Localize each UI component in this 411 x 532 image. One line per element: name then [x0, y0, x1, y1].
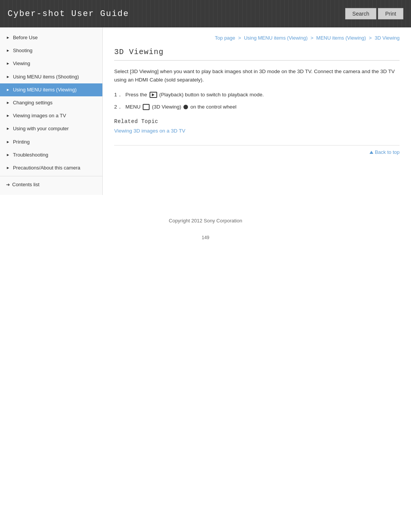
- sidebar-item-troubleshooting[interactable]: ► Troubleshooting: [0, 149, 102, 161]
- sidebar-divider: [0, 176, 102, 176]
- step-1-content: Press the (Playback) button to switch to…: [126, 91, 264, 99]
- contents-list-link[interactable]: ➔ Contents list: [0, 178, 102, 191]
- sidebar-item-shooting[interactable]: ► Shooting: [0, 44, 102, 57]
- sidebar: ► Before Use ► Shooting ► Viewing ► Usin…: [0, 27, 103, 195]
- step-1: 1． Press the (Playback) button to switch…: [114, 91, 400, 99]
- print-button[interactable]: Print: [378, 8, 403, 19]
- main-container: ► Before Use ► Shooting ► Viewing ► Usin…: [0, 27, 411, 195]
- related-topic-section: Related Topic Viewing 3D images on a 3D …: [114, 118, 400, 134]
- page-number: 149: [0, 231, 411, 244]
- sidebar-item-printing[interactable]: ► Printing: [0, 136, 102, 149]
- app-title: Cyber-shot User Guide: [8, 9, 129, 19]
- related-topic-link[interactable]: Viewing 3D images on a 3D TV: [114, 128, 185, 134]
- sidebar-item-before-use[interactable]: ► Before Use: [0, 31, 102, 44]
- step-2-menu-label: MENU: [126, 103, 141, 111]
- sidebar-item-viewing[interactable]: ► Viewing: [0, 57, 102, 70]
- header-buttons: Search Print: [345, 8, 403, 19]
- chevron-icon: ►: [6, 87, 10, 93]
- back-to-top-row: Back to top: [114, 145, 400, 155]
- chevron-icon: ►: [6, 100, 10, 105]
- arrow-right-icon: ➔: [6, 182, 10, 187]
- header: Cyber-shot User Guide Search Print: [0, 0, 411, 27]
- sidebar-item-using-computer[interactable]: ► Using with your computer: [0, 122, 102, 135]
- chevron-icon: ►: [6, 61, 10, 66]
- step-2: 2． MENU (3D Viewing) on the control whee…: [114, 103, 400, 111]
- triangle-up-icon: [370, 151, 373, 154]
- chevron-icon: ►: [6, 126, 10, 131]
- step-2-viewing-label: (3D Viewing): [152, 103, 181, 111]
- breadcrumb-using-menu-viewing[interactable]: Using MENU items (Viewing): [244, 35, 307, 41]
- breadcrumb-menu-items-viewing[interactable]: MENU items (Viewing): [316, 35, 366, 41]
- sidebar-item-precautions[interactable]: ► Precautions/About this camera: [0, 161, 102, 174]
- search-button[interactable]: Search: [345, 8, 376, 19]
- page-title: 3D Viewing: [114, 48, 400, 61]
- circle-bullet-icon: [183, 105, 188, 109]
- breadcrumb-top[interactable]: Top page: [215, 35, 236, 41]
- chevron-icon: ►: [6, 74, 10, 80]
- content-area: Top page > Using MENU items (Viewing) > …: [103, 27, 411, 195]
- sidebar-item-changing-settings[interactable]: ► Changing settings: [0, 96, 102, 109]
- step-2-content: MENU (3D Viewing) on the control wheel: [126, 103, 237, 111]
- step-2-control-label: on the control wheel: [190, 103, 236, 111]
- footer: Copyright 2012 Sony Corporation 149: [0, 210, 411, 244]
- menu-square-icon: [143, 104, 150, 110]
- step-1-text-after: (Playback) button to switch to playback …: [159, 91, 264, 99]
- chevron-icon: ►: [6, 113, 10, 118]
- sidebar-item-menu-viewing[interactable]: ► Using MENU items (Viewing): [0, 83, 102, 96]
- breadcrumb: Top page > Using MENU items (Viewing) > …: [114, 35, 400, 41]
- copyright-text: Copyright 2012 Sony Corporation: [0, 210, 411, 231]
- chevron-icon: ►: [6, 139, 10, 145]
- chevron-icon: ►: [6, 152, 10, 158]
- related-topic-label: Related Topic: [114, 118, 400, 125]
- step-1-text-before: Press the: [126, 91, 147, 99]
- sidebar-item-menu-shooting[interactable]: ► Using MENU items (Shooting): [0, 70, 102, 83]
- sidebar-item-viewing-tv[interactable]: ► Viewing images on a TV: [0, 109, 102, 122]
- playback-icon: [150, 92, 157, 98]
- chevron-icon: ►: [6, 35, 10, 40]
- back-to-top-link[interactable]: Back to top: [370, 149, 400, 155]
- step-number-1: 1．: [114, 91, 123, 99]
- chevron-icon: ►: [6, 48, 10, 53]
- chevron-icon: ►: [6, 165, 10, 171]
- breadcrumb-current: 3D Viewing: [374, 35, 400, 41]
- step-number-2: 2．: [114, 103, 123, 111]
- page-description: Select [3D Viewing] when you want to pla…: [114, 67, 400, 84]
